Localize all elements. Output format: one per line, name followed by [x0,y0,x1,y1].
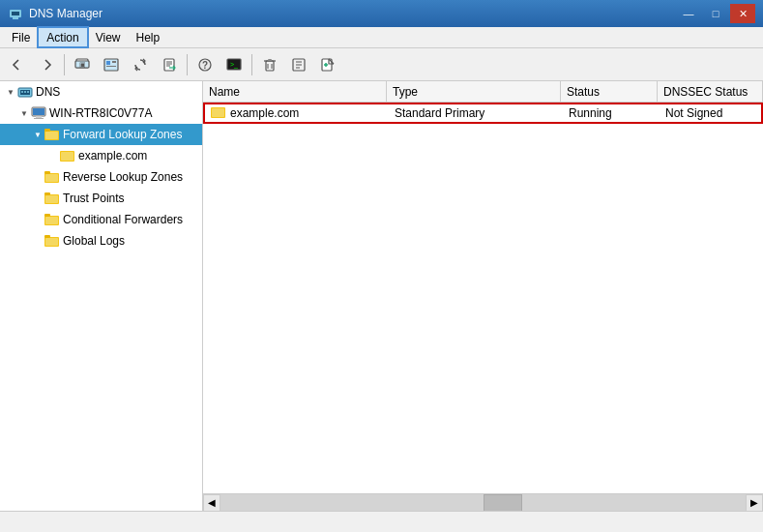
menu-bar: File Action View Help [0,27,763,48]
header-status[interactable]: Status [561,81,658,102]
scroll-track[interactable] [220,494,746,512]
menu-view[interactable]: View [88,27,129,47]
computer-icon [31,105,46,121]
svg-rect-37 [33,108,44,115]
svg-rect-59 [212,108,224,117]
logs-expander[interactable] [31,234,44,248]
svg-rect-56 [44,235,50,238]
svg-rect-47 [44,171,50,174]
folder-cond-icon [44,212,60,227]
menu-action[interactable]: Action [38,27,87,47]
folder-reverse-icon [44,169,60,185]
zone-name: example.com [230,106,299,120]
tree-item-dns[interactable]: DNS [0,81,202,103]
toolbar: ▣ ? [0,48,763,81]
cell-name: example.com [205,104,389,122]
header-name[interactable]: Name [203,81,387,102]
cell-type: Standard Primary [389,104,563,122]
svg-rect-39 [34,118,44,119]
trust-expander[interactable] [31,192,44,205]
folder-open-icon [44,127,60,142]
sep1 [64,54,65,75]
zone-row-icon [211,105,226,122]
forward-expander[interactable] [31,128,44,141]
tree-item-reverse-lookup[interactable]: Reverse Lookup Zones [0,166,202,188]
tree-item-trust-points[interactable]: Trust Points [0,188,202,209]
cell-status: Running [563,104,660,122]
close-button[interactable]: ✕ [730,4,755,23]
zone-icon [60,148,75,163]
reverse-lookup-label: Reverse Lookup Zones [63,170,183,184]
tree-item-example-com[interactable]: example.com [0,145,202,166]
horizontal-scrollbar[interactable]: ◀ ▶ [203,493,763,511]
svg-rect-21 [268,59,272,61]
svg-rect-38 [36,116,42,118]
right-panel: Name Type Status DNSSEC Status example.c… [203,81,763,511]
svg-text:▣: ▣ [79,61,86,68]
folder-logs-icon [44,233,60,249]
svg-rect-9 [106,66,116,67]
menu-help[interactable]: Help [129,27,168,47]
server-label: WIN-RTR8IC0V77A [49,106,152,120]
header-dnssec[interactable]: DNSSEC Status [658,81,763,102]
reverse-expander[interactable] [31,170,44,184]
svg-rect-50 [44,192,50,195]
svg-rect-1 [12,12,19,15]
conditional-forwarders-label: Conditional Forwarders [63,213,183,226]
svg-point-34 [24,91,26,93]
app-icon [8,6,23,21]
server-expander[interactable] [17,106,31,120]
list-header: Name Type Status DNSSEC Status [203,81,763,103]
tree-panel[interactable]: DNS WIN-RTR8IC0V77A [0,81,203,511]
svg-rect-57 [45,238,58,246]
svg-rect-42 [44,129,50,132]
tree-item-forward-lookup[interactable]: Forward Lookup Zones [0,124,202,145]
tree-item-server[interactable]: WIN-RTR8IC0V77A [0,103,202,124]
dns-expander[interactable] [4,85,17,99]
scroll-left-button[interactable]: ◀ [203,494,220,512]
dns-icon [17,84,33,100]
new-button[interactable] [314,51,341,78]
back-button[interactable] [4,51,31,78]
svg-rect-8 [112,61,116,63]
title-text: DNS Manager [29,7,103,20]
up-button[interactable]: ▣ [69,51,96,78]
list-view[interactable]: example.com Standard Primary Running Not… [203,103,763,493]
tree-item-global-logs[interactable]: Global Logs [0,230,202,251]
sep3 [251,54,252,75]
refresh-button[interactable] [127,51,154,78]
export-button[interactable] [156,51,183,78]
maximize-button[interactable]: □ [703,4,728,23]
svg-text:?: ? [202,60,208,71]
main-content: DNS WIN-RTR8IC0V77A [0,81,763,511]
svg-text:>_: >_ [230,61,238,69]
table-row[interactable]: example.com Standard Primary Running Not… [203,103,763,124]
svg-rect-48 [45,174,58,182]
console-button[interactable]: >_ [220,51,248,78]
status-bar [0,511,763,532]
trust-points-label: Trust Points [63,192,125,205]
tree-item-conditional-forwarders[interactable]: Conditional Forwarders [0,209,202,230]
svg-rect-7 [106,61,110,65]
svg-rect-2 [13,17,18,19]
forward-button[interactable] [33,51,60,78]
cond-expander[interactable] [31,213,44,226]
menu-file[interactable]: File [4,27,38,47]
show-button[interactable] [98,51,125,78]
svg-rect-54 [45,217,58,224]
svg-rect-19 [266,61,274,71]
help-button[interactable]: ? [191,51,219,78]
scroll-right-button[interactable]: ▶ [746,494,763,512]
title-bar: DNS Manager — □ ✕ [0,0,763,27]
window-controls: — □ ✕ [676,4,755,23]
svg-rect-45 [61,152,73,161]
sep2 [187,54,188,75]
header-type[interactable]: Type [387,81,561,102]
delete-button[interactable] [256,51,283,78]
global-logs-label: Global Logs [63,234,125,248]
svg-rect-10 [164,59,174,71]
minimize-button[interactable]: — [676,4,701,23]
example-com-label: example.com [78,149,147,163]
scroll-thumb[interactable] [484,494,522,512]
properties-button[interactable] [285,51,312,78]
